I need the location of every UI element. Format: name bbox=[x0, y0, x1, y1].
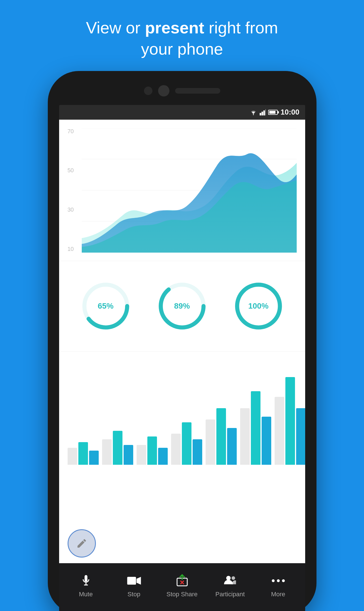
donut-3: 100% bbox=[233, 281, 284, 332]
edit-icon bbox=[76, 538, 87, 549]
svg-marker-1 bbox=[260, 113, 261, 115]
phone-device: 10:00 70 50 30 10 bbox=[48, 71, 316, 611]
svg-point-0 bbox=[253, 114, 254, 115]
toolbar-item-stop[interactable]: Stop bbox=[116, 574, 152, 598]
bar-group-5 bbox=[206, 408, 237, 465]
y-label-50: 50 bbox=[68, 167, 74, 174]
svg-marker-3 bbox=[263, 110, 265, 115]
area-chart-container bbox=[82, 128, 297, 253]
bar-blue bbox=[158, 448, 168, 465]
svg-rect-19 bbox=[127, 577, 136, 585]
toolbar-label-more: More bbox=[271, 591, 285, 598]
toolbar-item-more[interactable]: More bbox=[260, 574, 297, 598]
status-icons bbox=[249, 109, 278, 115]
svg-marker-4 bbox=[265, 109, 266, 115]
video-icon bbox=[127, 575, 141, 586]
donut-2: 89% bbox=[157, 281, 208, 332]
battery-icon bbox=[268, 110, 278, 115]
donut-section: 65% 89% 100% bbox=[59, 261, 305, 352]
bar-blue bbox=[193, 439, 202, 465]
phone-screen: 70 50 30 10 bbox=[59, 120, 305, 563]
bar-group-6 bbox=[240, 391, 271, 465]
speaker bbox=[175, 88, 220, 94]
status-bar: 10:00 bbox=[59, 105, 305, 120]
header-line3: your phone bbox=[141, 40, 223, 58]
toolbar-label-stop: Stop bbox=[128, 591, 140, 598]
bar-teal bbox=[182, 422, 191, 465]
area-chart-section: 70 50 30 10 bbox=[59, 120, 305, 261]
bar-teal bbox=[216, 408, 226, 465]
bar-gray bbox=[275, 397, 284, 465]
bar-teal bbox=[78, 442, 88, 465]
wifi-icon bbox=[249, 109, 257, 115]
phone-frame: 10:00 70 50 30 10 bbox=[48, 71, 316, 611]
bar-gray bbox=[137, 445, 146, 465]
bar-group-1 bbox=[68, 442, 99, 465]
front-camera bbox=[144, 87, 152, 95]
bar-group-3 bbox=[137, 436, 168, 465]
svg-point-26 bbox=[231, 576, 235, 580]
signal-icon bbox=[260, 109, 266, 115]
bar-teal bbox=[285, 377, 295, 465]
bar-blue bbox=[296, 408, 305, 465]
toolbar-icon-mute bbox=[77, 574, 94, 588]
bar-blue bbox=[89, 451, 99, 465]
svg-point-28 bbox=[277, 579, 280, 582]
bar-gray bbox=[171, 434, 181, 465]
donut-3-label: 100% bbox=[248, 302, 269, 311]
toolbar-icon-stop bbox=[126, 574, 143, 588]
participant-icon bbox=[224, 575, 236, 587]
svg-point-27 bbox=[272, 579, 275, 582]
bar-blue bbox=[262, 417, 271, 465]
more-icon bbox=[271, 578, 285, 584]
toolbar-icon-stop-share bbox=[174, 574, 191, 588]
bar-teal bbox=[147, 436, 157, 465]
toolbar-item-participant[interactable]: Participant bbox=[212, 574, 249, 598]
bar-chart-container bbox=[68, 360, 297, 468]
mic-icon bbox=[80, 574, 92, 588]
y-label-10: 10 bbox=[68, 246, 74, 252]
chart-y-labels: 70 50 30 10 bbox=[68, 128, 74, 252]
area-chart-svg bbox=[82, 128, 297, 253]
donut-1: 65% bbox=[80, 281, 131, 332]
toolbar-item-stop-share[interactable]: Stop Share bbox=[164, 574, 201, 598]
bar-gray bbox=[240, 408, 250, 465]
toolbar-item-mute[interactable]: Mute bbox=[68, 574, 104, 598]
bar-gray bbox=[102, 439, 112, 465]
status-time: 10:00 bbox=[281, 108, 300, 117]
bar-teal bbox=[251, 391, 260, 465]
toolbar-label-mute: Mute bbox=[79, 591, 93, 598]
toolbar-label-stop-share: Stop Share bbox=[166, 591, 197, 598]
bar-blue bbox=[124, 445, 133, 465]
bar-group-4 bbox=[171, 422, 202, 465]
toolbar-icon-participant bbox=[222, 574, 239, 588]
y-label-70: 70 bbox=[68, 128, 74, 135]
camera bbox=[158, 85, 169, 96]
bar-group-2 bbox=[102, 431, 133, 465]
bar-chart-section bbox=[59, 352, 305, 563]
header-highlight: present bbox=[145, 18, 204, 37]
y-label-30: 30 bbox=[68, 206, 74, 213]
svg-marker-2 bbox=[262, 112, 263, 115]
svg-point-25 bbox=[226, 576, 231, 580]
edit-fab[interactable] bbox=[68, 529, 96, 558]
bar-gray bbox=[206, 419, 215, 465]
donut-1-label: 65% bbox=[98, 302, 113, 311]
page-header: View or present right from your phone bbox=[86, 17, 278, 60]
bottom-toolbar: Mute Stop bbox=[59, 563, 305, 611]
bar-gray bbox=[68, 448, 77, 465]
toolbar-icon-more bbox=[270, 574, 287, 588]
bar-group-7 bbox=[275, 377, 305, 465]
bar-blue bbox=[227, 428, 237, 465]
bar-teal bbox=[113, 431, 122, 465]
phone-top-bar bbox=[48, 71, 316, 105]
svg-rect-16 bbox=[85, 575, 87, 582]
stop-share-icon bbox=[175, 574, 189, 588]
donut-2-label: 89% bbox=[174, 302, 190, 311]
toolbar-label-participant: Participant bbox=[216, 591, 245, 598]
svg-marker-20 bbox=[136, 577, 141, 585]
svg-point-29 bbox=[282, 579, 285, 582]
